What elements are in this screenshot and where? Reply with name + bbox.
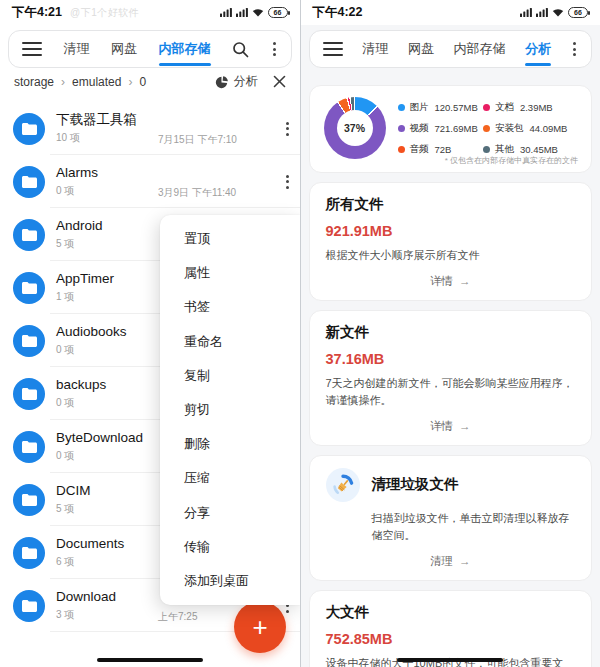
all-files-card[interactable]: 所有文件 921.91MB 根据文件大小顺序展示所有文件 详情→ <box>309 182 593 301</box>
chart-legend: 图片120.57MB 视频721.69MB 音频72B 文档2.39MB 安装包… <box>398 100 580 157</box>
close-icon[interactable] <box>273 75 286 88</box>
clean-button[interactable]: 清理→ <box>326 554 576 571</box>
search-icon[interactable] <box>232 41 249 58</box>
menu-item-properties[interactable]: 属性 <box>184 256 300 290</box>
file-name: Audiobooks <box>56 324 127 340</box>
tab-cloud-drive[interactable]: 网盘 <box>408 31 434 67</box>
legend-dot <box>398 146 405 153</box>
battery-icon: 66 <box>268 7 288 18</box>
legend-item-audio: 音频72B <box>398 143 479 156</box>
row-more-icon[interactable] <box>284 120 291 138</box>
tab-analyze[interactable]: 分析 <box>525 31 551 67</box>
clean-broom-icon <box>326 468 360 502</box>
chevron-right-icon: › <box>128 75 132 89</box>
file-name: AppTimer <box>56 271 114 287</box>
more-options-icon[interactable] <box>571 40 578 58</box>
legend-item-packages: 安装包44.09MB <box>483 122 579 135</box>
file-name: Download <box>56 589 116 605</box>
folder-icon <box>13 431 45 463</box>
clean-junk-card[interactable]: 清理垃圾文件 扫描到垃圾文件，单击立即清理以释放存储空间。 清理→ <box>309 455 593 581</box>
file-date: 上午7:25 <box>158 610 197 624</box>
add-fab-button[interactable]: + <box>234 601 286 653</box>
file-count: 0 项 <box>56 450 74 461</box>
context-menu: 置顶 属性 书签 重命名 复制 剪切 删除 压缩 分享 传输 添加到桌面 <box>160 215 300 605</box>
menu-item-share[interactable]: 分享 <box>184 496 300 530</box>
home-indicator[interactable] <box>97 658 203 663</box>
folder-icon <box>13 325 45 357</box>
wifi-icon <box>252 8 264 17</box>
file-count: 1 项 <box>56 291 74 302</box>
tab-clean[interactable]: 清理 <box>362 31 388 67</box>
card-title: 清理垃圾文件 <box>372 475 459 494</box>
status-bar: 下午4:22 66 <box>301 0 600 25</box>
status-icons: 66 <box>520 7 588 18</box>
menu-item-pin[interactable]: 置顶 <box>184 222 300 256</box>
legend-dot <box>398 125 405 132</box>
left-screen-file-manager: 下午4:21 @下1个好软件 66 清理 网盘 内部存储 storage › e… <box>0 0 300 667</box>
card-size-value: 37.16MB <box>326 351 576 367</box>
chevron-right-icon: › <box>61 75 65 89</box>
tab-cloud-drive[interactable]: 网盘 <box>111 31 137 67</box>
folder-icon <box>13 537 45 569</box>
card-size-value: 752.85MB <box>326 631 576 647</box>
menu-item-cut[interactable]: 剪切 <box>184 393 300 427</box>
dual-screenshot-stage: 下午4:21 @下1个好软件 66 清理 网盘 内部存储 storage › e… <box>0 0 600 667</box>
folder-icon <box>13 378 45 410</box>
menu-hamburger-icon[interactable] <box>323 42 343 56</box>
folder-icon <box>13 484 45 516</box>
folder-icon <box>13 272 45 304</box>
file-date: 3月9日 下午11:40 <box>158 186 236 200</box>
new-files-card[interactable]: 新文件 37.16MB 7天之内创建的新文件，可能会影响某些应用程序，请谨慎操作… <box>309 310 593 446</box>
file-count: 0 项 <box>56 185 74 196</box>
home-indicator[interactable] <box>397 658 503 663</box>
large-files-card[interactable]: 大文件 752.85MB 设备中存储的大于10MB的文件，可能包含重要文件，请谨… <box>309 590 593 667</box>
file-name: 下载器工具箱 <box>56 112 137 128</box>
breadcrumb-emulated[interactable]: emulated <box>72 75 121 89</box>
legend-dot <box>398 104 405 111</box>
menu-item-rename[interactable]: 重命名 <box>184 325 300 359</box>
wifi-icon <box>552 8 564 17</box>
watermark: @下1个好软件 <box>70 6 139 20</box>
menu-item-delete[interactable]: 删除 <box>184 427 300 461</box>
card-title: 所有文件 <box>326 195 576 214</box>
analysis-content: 37% 图片120.57MB 视频721.69MB 音频72B 文档2.39MB… <box>301 68 600 667</box>
card-title: 大文件 <box>326 603 576 622</box>
battery-icon: 66 <box>568 7 588 18</box>
tab-internal-storage[interactable]: 内部存储 <box>159 31 211 67</box>
clock: 下午4:21 <box>12 4 62 21</box>
top-tab-bar: 清理 网盘 内部存储 <box>8 30 292 68</box>
analyze-button[interactable]: 分析 <box>215 73 258 90</box>
details-button[interactable]: 详情→ <box>326 419 576 436</box>
top-tab-bar: 清理 网盘 内部存储 分析 <box>309 30 593 68</box>
details-button[interactable]: 详情→ <box>326 274 576 291</box>
file-count: 6 项 <box>56 556 74 567</box>
menu-item-copy[interactable]: 复制 <box>184 359 300 393</box>
arrow-right-icon: → <box>459 275 471 287</box>
file-name: DCIM <box>56 483 91 499</box>
file-name: Alarms <box>56 165 98 181</box>
breadcrumb-0[interactable]: 0 <box>139 75 146 89</box>
more-options-icon[interactable] <box>271 40 278 58</box>
menu-item-compress[interactable]: 压缩 <box>184 461 300 495</box>
card-description: 7天之内创建的新文件，可能会影响某些应用程序，请谨慎操作。 <box>326 375 576 410</box>
menu-item-transfer[interactable]: 传输 <box>184 530 300 564</box>
clock: 下午4:22 <box>313 4 363 21</box>
tab-internal-storage[interactable]: 内部存储 <box>454 31 506 67</box>
legend-item-documents: 文档2.39MB <box>483 101 579 114</box>
signal-icon <box>536 8 548 17</box>
file-row[interactable]: Alarms 0 项 3月9日 下午11:40 <box>0 155 300 208</box>
file-row[interactable]: 下载器工具箱 10 项 7月15日 下午7:10 <box>0 102 300 155</box>
file-name: Android <box>56 218 103 234</box>
menu-hamburger-icon[interactable] <box>22 42 42 56</box>
row-more-icon[interactable] <box>284 173 291 191</box>
tab-clean[interactable]: 清理 <box>64 31 90 67</box>
menu-item-add-to-desktop[interactable]: 添加到桌面 <box>184 564 300 598</box>
file-count: 10 项 <box>56 132 80 143</box>
card-size-value: 921.91MB <box>326 223 576 239</box>
file-count: 3 项 <box>56 609 74 620</box>
breadcrumb-storage[interactable]: storage <box>14 75 54 89</box>
menu-item-bookmark[interactable]: 书签 <box>184 290 300 324</box>
folder-icon <box>13 590 45 622</box>
arrow-right-icon: → <box>459 420 471 432</box>
arrow-right-icon: → <box>459 555 471 567</box>
